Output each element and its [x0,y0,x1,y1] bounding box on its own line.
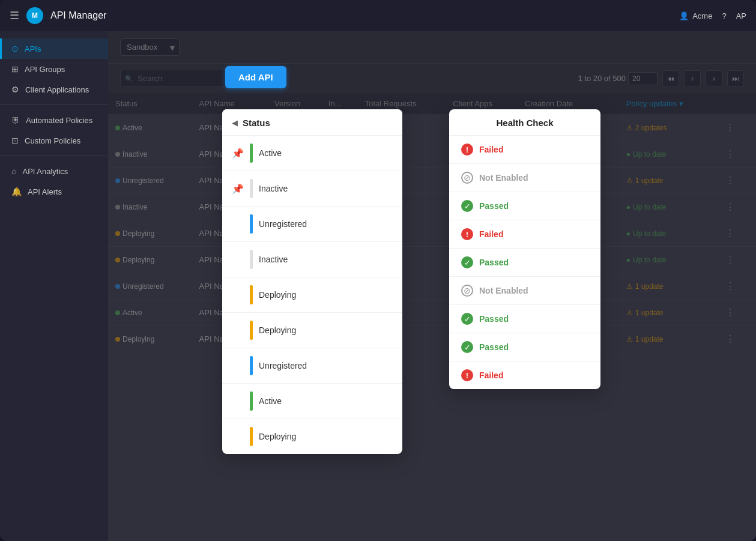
health-panel[interactable]: Health Check ! Failed ⊘ Not Enabled ✓ Pa… [449,109,600,389]
status-panel[interactable]: ◀ Status 📌 Active 📌 Inactive Unregistere… [222,109,402,454]
help-button[interactable]: ? [722,11,726,20]
health-result-label: Failed [479,229,503,239]
health-panel-item: ✓ Passed [449,192,600,220]
health-panel-item: ! Failed [449,361,600,389]
status-panel-item[interactable]: Deploying [222,313,402,348]
status-bar-indicator [250,250,253,269]
status-panel-item[interactable]: Deploying [222,277,402,313]
health-disabled-icon: ⊘ [461,172,473,184]
sidebar-label-api-analytics: API Analytics [22,167,68,176]
topbar-right: 👤 Acme ? AP [679,11,746,20]
status-panel-title: Status [243,118,270,128]
pin-icon: 📌 [232,183,244,195]
health-panel-title: Health Check [496,118,553,128]
status-panel-item[interactable]: Unregistered [222,207,402,242]
status-bar-indicator [250,179,253,198]
sidebar-item-apis[interactable]: ⊙ APIs [0,38,108,59]
health-disabled-icon: ⊘ [461,285,473,297]
status-panel-item[interactable]: 📌 Inactive [222,171,402,207]
sidebar-label-api-groups: API Groups [25,65,65,74]
status-panel-item[interactable]: Inactive [222,242,402,277]
status-bar-indicator [250,391,253,411]
status-bar-indicator [250,321,253,340]
sidebar-item-custom-policies[interactable]: ⊡ Custom Policies [0,130,108,151]
status-item-label: Unregistered [259,361,307,370]
status-bar-indicator [250,285,253,304]
health-result-label: Not Enabled [479,286,528,295]
health-pass-icon: ✓ [461,313,473,325]
status-panel-item[interactable]: Active [222,384,402,419]
health-result-label: Passed [479,201,509,211]
health-panel-item: ! Failed [449,220,600,249]
content-area: Sandbox Production 1 to 20 of 500 20 50 [108,31,756,541]
sidebar-section-policies: ⛨ Automated Policies ⊡ Custom Policies [0,110,108,151]
health-result-label: Passed [479,258,509,267]
api-analytics-icon: ⌂ [11,166,16,176]
custom-policies-icon: ⊡ [11,136,19,145]
status-item-label: Unregistered [259,219,307,229]
screen: ☰ M API Manager 👤 Acme ? AP ⊙ APIs ⊞ API… [0,0,756,541]
health-result-label: Failed [479,370,503,380]
status-bar-indicator [250,356,253,375]
health-fail-icon: ! [461,369,473,381]
status-item-label: Deploying [259,432,296,441]
sidebar-item-client-apps[interactable]: ⚙ Client Applications [0,79,108,100]
status-item-label: Active [259,148,282,158]
sidebar-item-api-groups[interactable]: ⊞ API Groups [0,59,108,79]
sidebar-item-automated-policies[interactable]: ⛨ Automated Policies [0,110,108,130]
status-panel-body: 📌 Active 📌 Inactive Unregistered Inactiv… [222,136,402,454]
health-panel-item: ✓ Passed [449,305,600,333]
topbar: ☰ M API Manager 👤 Acme ? AP [0,0,756,31]
dim-overlay [108,31,756,541]
sidebar-item-api-analytics[interactable]: ⌂ API Analytics [0,161,108,181]
sidebar-section-main: ⊙ APIs ⊞ API Groups ⚙ Client Application… [0,38,108,100]
health-result-label: Failed [479,145,503,154]
health-panel-item: ✓ Passed [449,249,600,277]
status-bar-indicator [250,214,253,234]
sidebar-section-analytics: ⌂ API Analytics 🔔 API Alerts [0,161,108,202]
health-result-label: Passed [479,342,509,352]
sidebar-divider-1 [0,104,108,105]
health-panel-body: ! Failed ⊘ Not Enabled ✓ Passed ! Failed… [449,136,600,389]
health-pass-icon: ✓ [461,256,473,268]
client-apps-icon: ⚙ [11,85,19,94]
status-bar-indicator [250,427,253,446]
sidebar-label-automated-policies: Automated Policies [26,116,92,125]
status-panel-item[interactable]: 📌 Active [222,136,402,171]
status-panel-header: ◀ Status [222,109,402,136]
health-panel-item: ✓ Passed [449,333,600,361]
status-item-label: Active [259,396,282,406]
health-panel-item: ! Failed [449,136,600,164]
status-bar-indicator [250,144,253,163]
health-panel-item: ⊘ Not Enabled [449,277,600,305]
health-panel-item: ⊘ Not Enabled [449,164,600,192]
sidebar-label-api-alerts: API Alerts [28,187,62,196]
apis-icon: ⊙ [11,44,19,53]
api-groups-icon: ⊞ [11,64,19,74]
api-alerts-icon: 🔔 [11,187,22,196]
user-initials[interactable]: AP [736,11,746,20]
sidebar-label-client-apps: Client Applications [25,85,89,94]
sidebar-item-api-alerts[interactable]: 🔔 API Alerts [0,181,108,202]
health-pass-icon: ✓ [461,200,473,212]
acme-account[interactable]: 👤 Acme [679,11,712,20]
health-result-label: Not Enabled [479,173,528,183]
sidebar-divider-2 [0,156,108,156]
app-title: API Manager [50,10,672,21]
status-item-label: Deploying [259,290,296,300]
health-result-label: Passed [479,314,509,324]
status-panel-item[interactable]: Unregistered [222,348,402,384]
status-panel-item[interactable]: Deploying [222,419,402,454]
chevron-left-icon: ◀ [232,118,238,127]
status-item-label: Inactive [259,184,288,193]
health-fail-icon: ! [461,228,473,240]
add-api-button[interactable]: Add API [225,66,286,88]
status-item-label: Deploying [259,325,296,335]
automated-policies-icon: ⛨ [11,115,20,125]
sidebar-label-custom-policies: Custom Policies [25,136,80,145]
hamburger-icon[interactable]: ☰ [10,9,19,22]
pin-icon: 📌 [232,148,244,159]
sidebar: ⊙ APIs ⊞ API Groups ⚙ Client Application… [0,31,108,541]
health-panel-header: Health Check [449,109,600,136]
logo-icon: M [26,7,43,24]
